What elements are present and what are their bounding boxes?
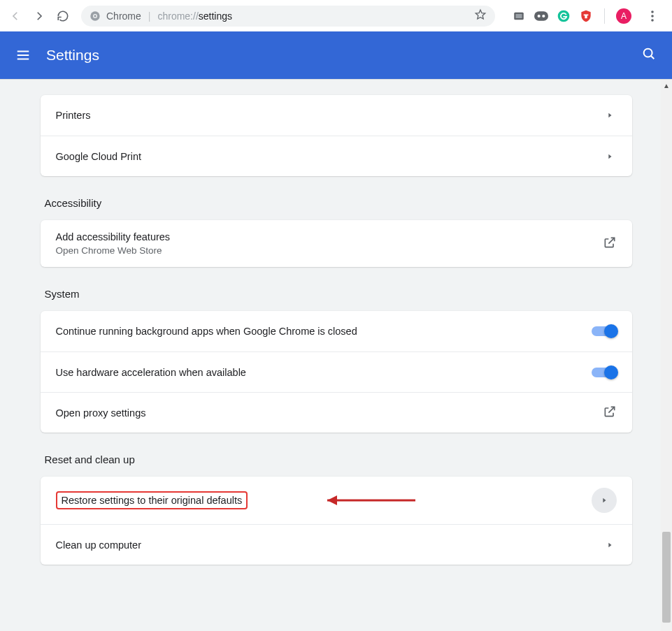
extension-icon-grammarly[interactable] (557, 9, 571, 23)
row-sublabel: Open Chrome Web Store (56, 245, 603, 256)
browser-menu-button[interactable] (644, 10, 661, 22)
row-restore-defaults[interactable]: Restore settings to their original defau… (41, 477, 632, 524)
scrollbar-track[interactable]: ▲ (661, 80, 672, 631)
svg-rect-4 (516, 14, 522, 18)
scroll-up-arrow-icon[interactable]: ▲ (661, 80, 672, 91)
svg-point-2 (94, 15, 96, 17)
svg-point-12 (644, 49, 652, 57)
content-area: ▲ Printers Google Cloud Print (0, 79, 672, 631)
extension-icons: A (503, 8, 666, 24)
annotation-highlight-box: Restore settings to their original defau… (56, 491, 248, 509)
external-link-icon (603, 235, 617, 252)
chevron-right-icon (603, 112, 617, 119)
page-title: Settings (46, 47, 99, 64)
svg-point-11 (651, 19, 654, 22)
browser-toolbar: Chrome | chrome://settings A (0, 0, 672, 31)
svg-point-10 (651, 15, 654, 17)
chevron-right-icon (603, 153, 617, 160)
chrome-icon (90, 10, 101, 22)
row-google-cloud-print[interactable]: Google Cloud Print (41, 136, 632, 176)
section-printing: Printers Google Cloud Print (41, 95, 632, 176)
omnibox[interactable]: Chrome | chrome://settings (81, 6, 495, 27)
toggle-hardware-acceleration[interactable] (592, 368, 617, 377)
settings-header: Settings (0, 31, 672, 79)
toggle-background-apps[interactable] (592, 326, 617, 336)
row-proxy-settings[interactable]: Open proxy settings (41, 392, 632, 433)
chevron-right-icon[interactable] (592, 488, 617, 513)
row-label: Add accessibility features (56, 231, 603, 242)
chevron-right-icon (603, 542, 617, 549)
row-label: Google Cloud Print (56, 151, 603, 162)
extension-icon-2[interactable] (534, 9, 548, 23)
section-title-reset: Reset and clean up (45, 454, 632, 465)
omnibox-divider: | (148, 10, 151, 22)
section-title-system: System (45, 288, 632, 300)
profile-avatar[interactable]: A (616, 8, 631, 24)
row-hardware-acceleration[interactable]: Use hardware acceleration when available (41, 351, 632, 392)
forward-button[interactable] (29, 6, 49, 26)
svg-point-6 (538, 14, 541, 17)
row-label: Continue running background apps when Go… (56, 326, 592, 337)
svg-point-7 (542, 14, 545, 17)
row-label: Restore settings to their original defau… (62, 495, 243, 506)
row-clean-up-computer[interactable]: Clean up computer (41, 524, 632, 565)
external-link-icon (603, 405, 617, 421)
row-label: Printers (56, 110, 603, 121)
svg-point-9 (651, 10, 654, 13)
row-background-apps[interactable]: Continue running background apps when Go… (41, 311, 632, 351)
row-label: Use hardware acceleration when available (56, 367, 592, 378)
extension-icon-ublock[interactable] (579, 9, 593, 23)
omnibox-origin-label: Chrome (106, 10, 141, 22)
svg-rect-5 (534, 11, 548, 20)
section-accessibility: Accessibility Add accessibility features… (41, 197, 632, 267)
annotation-arrow-icon (317, 493, 415, 507)
back-button[interactable] (6, 6, 25, 26)
row-label: Open proxy settings (56, 407, 603, 419)
row-printers[interactable]: Printers (41, 95, 632, 136)
toolbar-divider (604, 8, 605, 24)
bookmark-star-icon[interactable] (474, 8, 487, 23)
section-system: System Continue running background apps … (41, 288, 632, 433)
menu-icon[interactable] (15, 48, 31, 63)
extension-icon-1[interactable] (512, 9, 526, 23)
reload-button[interactable] (53, 6, 73, 26)
omnibox-url: chrome://settings (157, 10, 232, 22)
row-add-accessibility-features[interactable]: Add accessibility features Open Chrome W… (41, 220, 632, 267)
section-title-accessibility: Accessibility (45, 197, 632, 209)
scrollbar-thumb[interactable] (662, 532, 671, 623)
section-reset: Reset and clean up Restore settings to t… (41, 454, 632, 565)
search-icon[interactable] (641, 46, 657, 64)
row-label: Clean up computer (56, 539, 603, 551)
